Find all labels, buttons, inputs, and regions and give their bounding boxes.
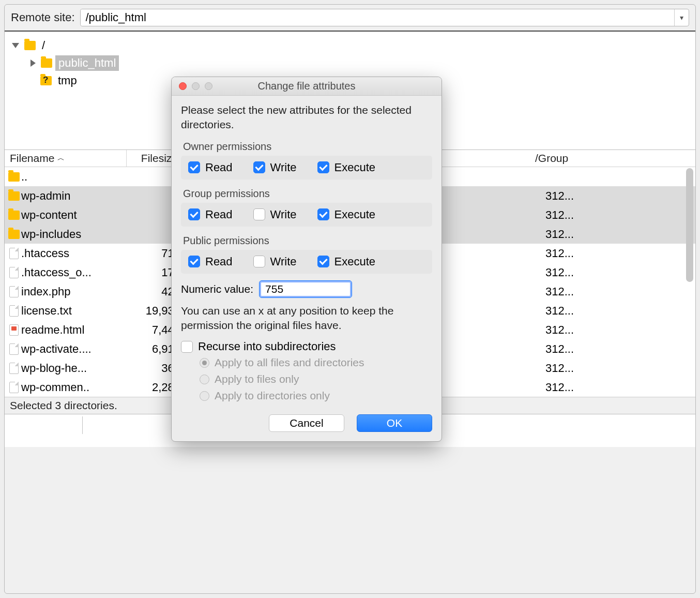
perm-group-execute-checkbox[interactable]: Execute xyxy=(317,208,376,221)
perm-group-read-checkbox[interactable]: Read xyxy=(188,208,233,221)
checkbox-icon xyxy=(181,341,193,353)
perm-group-write-checkbox[interactable]: Write xyxy=(253,208,297,221)
perm-label: Read xyxy=(205,161,233,174)
tree-item-public-html[interactable]: public_html xyxy=(12,54,688,72)
file-name: wp-content xyxy=(21,208,127,222)
column-filename[interactable]: Filename ︿ xyxy=(5,150,127,167)
folder-unknown-icon xyxy=(40,76,52,85)
numeric-value-row: Numeric value: xyxy=(181,281,432,297)
file-icon xyxy=(9,286,19,297)
checkbox-icon xyxy=(188,161,200,173)
perm-label: Execute xyxy=(334,161,376,174)
file-owner: 312... xyxy=(545,323,695,337)
tree-item-label: public_html xyxy=(55,55,119,71)
checkbox-icon xyxy=(317,208,329,220)
checkbox-icon xyxy=(253,161,265,173)
dialog-intro: Please select the new attributes for the… xyxy=(181,103,432,132)
file-name: wp-commen.. xyxy=(21,381,127,394)
numeric-value-input[interactable] xyxy=(260,281,352,297)
vertical-scrollbar[interactable] xyxy=(686,168,693,282)
checkbox-icon xyxy=(317,161,329,173)
file-owner: 312... xyxy=(545,208,695,222)
perm-owner-execute-checkbox[interactable]: Execute xyxy=(317,161,376,174)
file-name: license.txt xyxy=(21,304,127,318)
cancel-button-label: Cancel xyxy=(290,417,323,429)
perm-label: Execute xyxy=(334,255,376,268)
file-name: wp-blog-he... xyxy=(21,362,127,375)
perm-owner-write-checkbox[interactable]: Write xyxy=(253,161,297,174)
radio-icon xyxy=(200,391,209,401)
remote-path-combo[interactable]: ▾ xyxy=(80,9,690,26)
file-icon xyxy=(9,382,19,393)
dialog-body: Please select the new attributes for the… xyxy=(172,96,442,441)
ok-button-label: OK xyxy=(387,417,402,429)
recurse-radio-group: Apply to all files and directories Apply… xyxy=(200,356,432,402)
radio-apply-all: Apply to all files and directories xyxy=(200,356,432,369)
disclosure-triangle-icon[interactable] xyxy=(31,59,36,67)
recurse-checkbox[interactable]: Recurse into subdirectories xyxy=(181,340,432,353)
perm-row: ReadWriteExecute xyxy=(181,203,432,227)
folder-icon xyxy=(24,41,36,50)
perm-label: Read xyxy=(205,255,233,268)
file-name: index.php xyxy=(21,285,127,298)
column-filename-label: Filename xyxy=(10,152,54,165)
checkbox-icon xyxy=(253,256,265,267)
tree-root-label: / xyxy=(39,38,48,53)
file-name: .. xyxy=(21,170,127,184)
file-owner: 312... xyxy=(545,247,695,260)
file-icon xyxy=(9,363,19,374)
remote-site-bar: Remote site: ▾ xyxy=(5,5,695,31)
pane-divider[interactable] xyxy=(82,416,83,434)
perm-row: ReadWriteExecute xyxy=(181,250,432,274)
perm-public-execute-checkbox[interactable]: Execute xyxy=(317,255,376,268)
html-file-icon xyxy=(9,324,19,336)
file-name: wp-admin xyxy=(21,189,127,203)
perm-label: Write xyxy=(270,161,297,174)
perm-group-owner: Owner permissionsReadWriteExecute xyxy=(181,138,432,180)
file-name: wp-includes xyxy=(21,228,127,241)
perm-group-label: Owner permissions xyxy=(181,138,432,156)
folder-icon xyxy=(8,172,20,182)
perm-label: Execute xyxy=(334,208,376,221)
perm-public-read-checkbox[interactable]: Read xyxy=(188,255,233,268)
tree-root[interactable]: / xyxy=(12,37,688,54)
disclosure-triangle-icon[interactable] xyxy=(12,43,19,48)
file-icon xyxy=(9,248,19,259)
ok-button[interactable]: OK xyxy=(357,414,432,432)
file-owner: 312... xyxy=(545,228,695,241)
radio-apply-files: Apply to files only xyxy=(200,373,432,385)
status-text: Selected 3 directories. xyxy=(10,399,117,411)
cancel-button[interactable]: Cancel xyxy=(269,414,344,432)
file-owner: 312... xyxy=(545,342,695,356)
dialog-titlebar[interactable]: Change file attributes xyxy=(172,77,442,96)
perm-label: Read xyxy=(205,208,233,221)
file-name: wp-activate.... xyxy=(21,342,127,356)
checkbox-icon xyxy=(317,256,329,267)
perm-row: ReadWriteExecute xyxy=(181,156,432,180)
file-owner: 312... xyxy=(545,381,695,394)
radio-label: Apply to all files and directories xyxy=(215,356,364,369)
dialog-buttons: Cancel OK xyxy=(181,414,432,432)
remote-site-label: Remote site: xyxy=(11,11,75,24)
tree-item-label: tmp xyxy=(55,73,80,88)
recurse-section: Recurse into subdirectories Apply to all… xyxy=(181,340,432,402)
numeric-value-label: Numeric value: xyxy=(181,283,253,295)
change-attributes-dialog: Change file attributes Please select the… xyxy=(171,77,442,442)
perm-label: Write xyxy=(270,255,297,268)
column-owner-group[interactable]: /Group xyxy=(530,150,695,167)
chevron-down-icon[interactable]: ▾ xyxy=(674,9,689,26)
radio-apply-dirs: Apply to directories only xyxy=(200,390,432,402)
file-owner: 312... xyxy=(545,362,695,375)
remote-path-input[interactable] xyxy=(81,9,675,26)
perm-owner-read-checkbox[interactable]: Read xyxy=(188,161,233,174)
radio-icon xyxy=(200,375,209,384)
file-owner: 312... xyxy=(545,285,695,298)
recurse-label: Recurse into subdirectories xyxy=(198,340,336,353)
folder-icon xyxy=(8,211,20,220)
numeric-hint: You can use an x at any position to keep… xyxy=(181,304,432,333)
checkbox-icon xyxy=(253,208,265,220)
perm-public-write-checkbox[interactable]: Write xyxy=(253,255,297,268)
column-owner-label: /Group xyxy=(535,152,568,165)
radio-label: Apply to files only xyxy=(215,373,299,385)
folder-icon xyxy=(8,191,20,201)
